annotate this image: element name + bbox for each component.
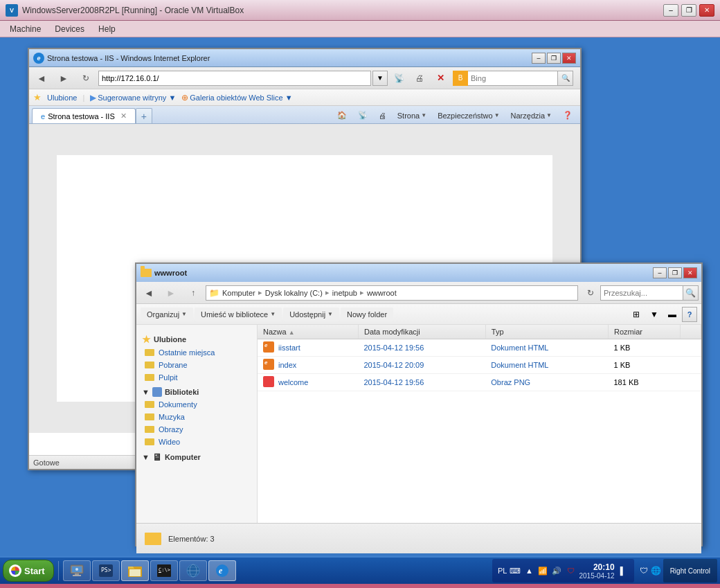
taskbar-btn-powershell[interactable]: PS> [92, 560, 120, 581]
ie-restore-button[interactable]: ❐ [547, 53, 561, 64]
ie-go-button[interactable]: ▼ [372, 71, 388, 86]
ie-tab-close-icon[interactable]: ✕ [120, 112, 127, 121]
exp-back-button[interactable]: ◄ [139, 285, 159, 301]
ie-help-icon[interactable]: ❓ [558, 109, 577, 122]
vbox-logo-icon: V [6, 4, 18, 17]
vbox-restore-button[interactable]: ❐ [681, 4, 696, 17]
ie-refresh-button[interactable]: ↻ [76, 70, 96, 87]
ie-address-bar[interactable] [98, 71, 371, 86]
svg-rect-11 [159, 572, 161, 573]
vbox-minimize-button[interactable]: – [663, 4, 678, 17]
file-name-cell: e index [258, 357, 358, 374]
ie-favorites-label[interactable]: Ulubione [47, 93, 77, 102]
ie-search-button[interactable]: 🔍 [558, 71, 573, 86]
ie-tools-button[interactable]: Narzędzia ▼ [506, 109, 557, 122]
exp-view-list-button[interactable]: ⊞ [628, 307, 645, 322]
ie-feeds-icon[interactable]: 📡 [353, 109, 372, 122]
table-row: welcome 2015-04-12 19:56 Obraz PNG 181 K… [258, 374, 701, 391]
start-button[interactable]: Start [3, 560, 54, 582]
exp-view-controls: ⊞ ▼ ▬ ? [628, 307, 697, 322]
nav-computer-header[interactable]: ▼ 🖥 Komputer [136, 448, 257, 464]
nav-recent-places[interactable]: Ostatnie miejsca [136, 346, 257, 359]
taskbar-btn-explorer[interactable] [121, 560, 149, 581]
exp-restore-button[interactable]: ❐ [668, 267, 682, 278]
exp-refresh-button[interactable]: ↻ [581, 285, 600, 301]
ie-minimize-button[interactable]: – [532, 53, 546, 64]
exp-share-button[interactable]: Udostępnij ▼ [283, 308, 339, 321]
exp-forward-button[interactable]: ► [161, 285, 181, 301]
nav-documents[interactable]: Dokumenty [136, 398, 257, 411]
breadcrumb-drive[interactable]: Dysk lokalny (C:) [265, 289, 323, 297]
ie-close-button[interactable]: ✕ [562, 53, 576, 64]
breadcrumb-computer[interactable]: Komputer [222, 289, 255, 297]
col-name-header[interactable]: Nazwa ▲ [258, 325, 358, 339]
tray-shield-icon[interactable]: 🛡 [638, 565, 649, 576]
tray-network2-icon[interactable]: 🌐 [651, 565, 662, 576]
nav-downloads[interactable]: Pobrane [136, 359, 257, 371]
nav-video[interactable]: Wideo [136, 436, 257, 448]
system-clock[interactable]: 20:10 2015-04-12 [579, 562, 614, 580]
nav-desktop[interactable]: Pulpit [136, 371, 257, 384]
exp-close-button[interactable]: ✕ [683, 267, 697, 278]
ie-page-menu[interactable]: 🏠 [332, 109, 352, 122]
exp-view-arrow-button[interactable]: ▼ [646, 307, 663, 322]
col-size-header[interactable]: Rozmiar [609, 325, 681, 339]
ie-page-button[interactable]: Strona ▼ [393, 109, 431, 122]
ie-new-tab-button[interactable]: + [136, 108, 152, 123]
vbox-menu-help[interactable]: Help [91, 23, 123, 35]
nav-libraries-header[interactable]: ▼ Biblioteki [136, 384, 257, 398]
exp-minimize-button[interactable]: – [653, 267, 667, 278]
ie-suggested-sites[interactable]: ▶ Sugerowane witryny ▼ [90, 93, 176, 103]
ie-forward-button[interactable]: ► [54, 70, 73, 87]
share-arrow-icon: ▼ [327, 311, 333, 317]
ie-print-button[interactable]: 🖨 [410, 70, 429, 87]
favorites-star-icon: ★ [142, 334, 151, 345]
taskbar-btn-cmd[interactable]: C:\> [150, 560, 178, 581]
vbox-menu-machine[interactable]: Machine [3, 23, 48, 35]
ie-security-button[interactable]: Bezpieczeństwo ▼ [433, 109, 504, 122]
cmd-icon: C:\> [156, 562, 172, 579]
col-type-header[interactable]: Typ [485, 325, 608, 339]
ie-stop-button[interactable]: ✕ [431, 70, 450, 87]
exp-title: wwwroot [154, 269, 187, 277]
ie-print-icon2[interactable]: 🖨 [374, 109, 391, 122]
file-welcome-link[interactable]: welcome [263, 376, 352, 389]
desktop-icon [145, 374, 154, 381]
file-index-link[interactable]: e index [263, 359, 352, 371]
nav-images[interactable]: Obrazy [136, 423, 257, 436]
svg-text:C:\>: C:\> [159, 567, 170, 573]
ie-feed-button[interactable]: 📡 [389, 70, 408, 87]
exp-statusbar: Elementów: 3 [136, 523, 701, 553]
nav-music[interactable]: Muzyka [136, 411, 257, 423]
exp-library-button[interactable]: Umieść w bibliotece ▼ [195, 308, 282, 321]
exp-help-button[interactable]: ? [682, 307, 697, 322]
exp-search-button[interactable]: 🔍 [683, 285, 699, 301]
explorer-taskbar-icon [127, 562, 143, 579]
nav-favorites-header[interactable]: ★ Ulubione [136, 330, 257, 346]
recent-places-icon [145, 349, 154, 356]
ie-tab-active[interactable]: e Strona testowa - IIS ✕ [32, 108, 136, 123]
exp-up-button[interactable]: ↑ [183, 285, 203, 301]
show-desktop-icon[interactable]: ▌ [618, 565, 629, 576]
ie-back-button[interactable]: ◄ [32, 70, 51, 87]
ie-web-slice[interactable]: ⊕ Galeria obiektów Web Slice ▼ [181, 93, 292, 103]
folder-nav-icon: 📁 [209, 288, 219, 298]
exp-new-folder-button[interactable]: Nowy folder [341, 308, 393, 321]
vbox-close-button[interactable]: ✕ [699, 4, 714, 17]
taskbar-btn-network[interactable] [179, 560, 207, 581]
breadcrumb-wwwroot[interactable]: wwwroot [367, 289, 397, 297]
taskbar-btn-server-manager[interactable] [63, 560, 91, 581]
volume-icon[interactable]: 🔊 [551, 565, 562, 576]
exp-search-input[interactable] [600, 285, 683, 301]
tray-arrow-icon[interactable]: ▲ [523, 565, 534, 576]
file-iisstart-link[interactable]: e iisstart [263, 341, 352, 354]
breadcrumb-inetpub[interactable]: inetpub [332, 289, 357, 297]
exp-organize-button[interactable]: Organizuj ▼ [141, 308, 193, 321]
taskbar-btn-ie[interactable]: e [208, 560, 236, 581]
vbox-menu-devices[interactable]: Devices [48, 23, 91, 35]
ie-bing-icon: B [453, 71, 468, 86]
network-tray-icon[interactable]: 📶 [537, 565, 548, 576]
exp-preview-button[interactable]: ▬ [664, 307, 681, 322]
ie-search-input[interactable] [468, 71, 558, 86]
col-modified-header[interactable]: Data modyfikacji [358, 325, 485, 339]
